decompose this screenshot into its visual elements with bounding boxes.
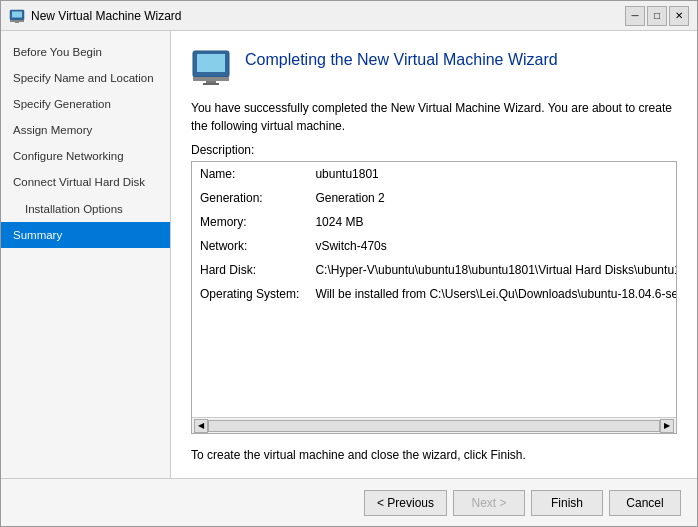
previous-button[interactable]: < Previous — [364, 490, 447, 516]
table-row: Operating System:Will be installed from … — [192, 282, 676, 306]
close-button[interactable]: ✕ — [669, 6, 689, 26]
wizard-icon — [9, 8, 25, 24]
row-value: C:\Hyper-V\ubuntu\ubuntu18\ubuntu1801\Vi… — [307, 258, 676, 282]
svg-rect-3 — [15, 22, 19, 23]
next-button: Next > — [453, 490, 525, 516]
svg-rect-2 — [10, 20, 24, 22]
finish-text: To create the virtual machine and close … — [191, 448, 677, 462]
finish-button[interactable]: Finish — [531, 490, 603, 516]
sidebar-item-configure-networking[interactable]: Configure Networking — [1, 143, 170, 169]
svg-rect-8 — [203, 83, 219, 85]
row-key: Generation: — [192, 186, 307, 210]
row-value: Generation 2 — [307, 186, 676, 210]
svg-rect-7 — [206, 81, 216, 83]
table-row: Hard Disk:C:\Hyper-V\ubuntu\ubuntu18\ubu… — [192, 258, 676, 282]
row-key: Hard Disk: — [192, 258, 307, 282]
title-bar-left: New Virtual Machine Wizard — [9, 8, 182, 24]
footer: < Previous Next > Finish Cancel — [1, 478, 697, 526]
table-row: Name:ubuntu1801 — [192, 162, 676, 186]
main-header-icon — [191, 47, 231, 87]
main-panel: Completing the New Virtual Machine Wizar… — [171, 31, 697, 478]
title-bar-controls: ─ □ ✕ — [625, 6, 689, 26]
scroll-left-arrow[interactable]: ◀ — [194, 419, 208, 433]
row-value: vSwitch-470s — [307, 234, 676, 258]
row-value: 1024 MB — [307, 210, 676, 234]
table-row: Generation:Generation 2 — [192, 186, 676, 210]
main-header: Completing the New Virtual Machine Wizar… — [191, 47, 677, 87]
sidebar-item-specify-generation[interactable]: Specify Generation — [1, 91, 170, 117]
intro-text: You have successfully completed the New … — [191, 99, 677, 135]
sidebar-item-specify-name[interactable]: Specify Name and Location — [1, 65, 170, 91]
table-row: Network:vSwitch-470s — [192, 234, 676, 258]
summary-table: Name:ubuntu1801Generation:Generation 2Me… — [192, 162, 676, 306]
sidebar-item-before-you-begin[interactable]: Before You Begin — [1, 39, 170, 65]
sidebar: Before You Begin Specify Name and Locati… — [1, 31, 171, 478]
minimize-button[interactable]: ─ — [625, 6, 645, 26]
title-bar-text: New Virtual Machine Wizard — [31, 9, 182, 23]
sidebar-item-installation-options[interactable]: Installation Options — [1, 196, 170, 222]
sidebar-item-assign-memory[interactable]: Assign Memory — [1, 117, 170, 143]
description-label: Description: — [191, 143, 677, 157]
main-header-title: Completing the New Virtual Machine Wizar… — [245, 51, 558, 69]
row-value: Will be installed from C:\Users\Lei.Qu\D… — [307, 282, 676, 306]
row-value: ubuntu1801 — [307, 162, 676, 186]
description-table[interactable]: Name:ubuntu1801Generation:Generation 2Me… — [192, 162, 676, 417]
cancel-button[interactable]: Cancel — [609, 490, 681, 516]
row-key: Memory: — [192, 210, 307, 234]
description-box: Name:ubuntu1801Generation:Generation 2Me… — [191, 161, 677, 434]
svg-rect-6 — [193, 77, 229, 81]
row-key: Network: — [192, 234, 307, 258]
row-key: Operating System: — [192, 282, 307, 306]
horizontal-scrollbar[interactable] — [208, 420, 660, 432]
sidebar-item-connect-disk[interactable]: Connect Virtual Hard Disk — [1, 169, 170, 195]
wizard-window: New Virtual Machine Wizard ─ □ ✕ Before … — [0, 0, 698, 527]
horizontal-scrollbar-area: ◀ ▶ — [192, 417, 676, 433]
svg-rect-1 — [12, 11, 22, 17]
sidebar-item-summary[interactable]: Summary — [1, 222, 170, 248]
row-key: Name: — [192, 162, 307, 186]
scroll-right-arrow[interactable]: ▶ — [660, 419, 674, 433]
title-bar: New Virtual Machine Wizard ─ □ ✕ — [1, 1, 697, 31]
maximize-button[interactable]: □ — [647, 6, 667, 26]
svg-rect-5 — [197, 54, 225, 72]
content-area: Before You Begin Specify Name and Locati… — [1, 31, 697, 478]
table-row: Memory:1024 MB — [192, 210, 676, 234]
